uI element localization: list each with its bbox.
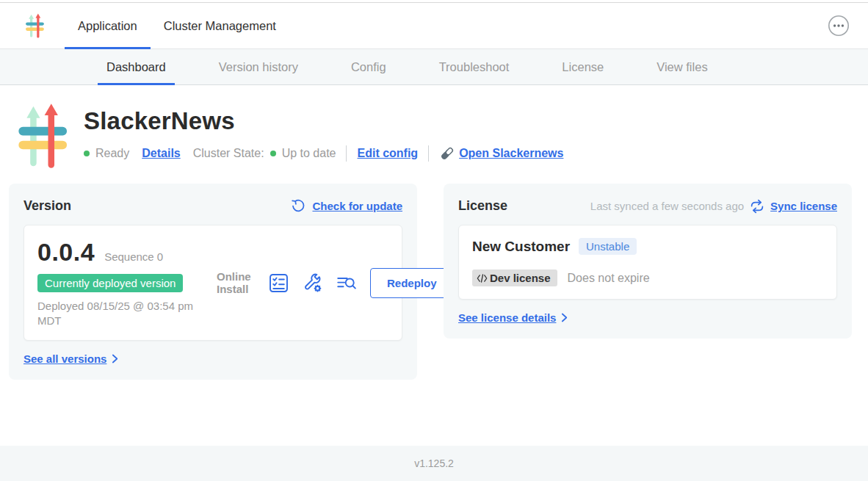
sync-license-link[interactable]: Sync license (770, 200, 837, 212)
install-type-label: Online Install (217, 270, 255, 296)
app-status-dot (84, 151, 90, 156)
checklist-icon[interactable] (269, 273, 289, 293)
code-icon (477, 274, 488, 283)
current-version-panel: 0.0.4 Sequence 0 Currently deployed vers… (23, 225, 402, 341)
divider (346, 145, 347, 162)
app-logo-icon (24, 13, 45, 38)
ellipsis-icon[interactable] (828, 15, 850, 37)
open-app-link[interactable]: Open Slackernews (459, 147, 563, 160)
license-card: License Last synced a few seconds ago Sy… (444, 184, 852, 339)
check-for-update-link[interactable]: Check for update (312, 200, 402, 212)
subtab-dashboard[interactable]: Dashboard (98, 49, 175, 84)
license-panel: New Customer Unstable Dev license Does n… (458, 225, 837, 300)
version-card-title: Version (23, 198, 71, 214)
link-icon[interactable] (439, 145, 455, 162)
sync-icon[interactable] (750, 199, 764, 214)
edit-config-link[interactable]: Edit config (357, 147, 418, 160)
deployed-timestamp: Deployed 08/15/25 @ 03:54 pm MDT (37, 299, 199, 328)
subtab-license[interactable]: License (553, 49, 612, 84)
cluster-state-label: Cluster State: (193, 147, 264, 160)
topbar-right (828, 3, 850, 48)
log-search-icon[interactable] (336, 273, 356, 293)
app-status-row: Ready Details Cluster State: Up to date … (84, 145, 563, 162)
cluster-state-dot (270, 151, 276, 156)
refresh-icon[interactable] (291, 198, 306, 214)
see-all-versions-link[interactable]: See all versions (23, 352, 106, 365)
cluster-state-value: Up to date (282, 147, 336, 160)
license-card-title: License (458, 198, 507, 214)
subtab-view-files[interactable]: View files (648, 49, 716, 84)
page-title: SlackerNews (84, 107, 563, 135)
tab-application[interactable]: Application (65, 3, 151, 48)
customer-name: New Customer (472, 239, 570, 255)
sequence-label: Sequence 0 (104, 250, 163, 263)
divider (428, 145, 429, 162)
chevron-right-icon[interactable] (561, 313, 568, 322)
subtab-troubleshoot[interactable]: Troubleshoot (430, 49, 518, 84)
deployed-badge: Currently deployed version (37, 274, 183, 292)
subtab-config[interactable]: Config (342, 49, 395, 84)
app-header: SlackerNews Ready Details Cluster State:… (0, 85, 868, 169)
version-number: 0.0.4 (37, 238, 95, 267)
details-link[interactable]: Details (142, 147, 180, 160)
subnav: Dashboard Version history Config Trouble… (0, 49, 868, 85)
footer: v1.125.2 (0, 446, 868, 481)
open-app-link-wrap[interactable]: Open Slackernews (439, 145, 563, 162)
app-status-text: Ready (95, 147, 129, 160)
license-type-badge: Dev license (472, 270, 557, 286)
dashboard-cards: Version Check for update 0.0.4 Sequence … (9, 184, 852, 380)
app-logo (15, 103, 69, 169)
topbar-tabs: Application Cluster Management (65, 3, 289, 48)
tab-cluster-management[interactable]: Cluster Management (151, 3, 289, 48)
subtab-version-history[interactable]: Version history (210, 49, 307, 84)
app-logo-small (24, 3, 45, 48)
last-synced-text: Last synced a few seconds ago (590, 200, 744, 212)
redeploy-button[interactable]: Redeploy (370, 268, 454, 298)
see-license-details-link[interactable]: See license details (458, 311, 556, 324)
channel-badge: Unstable (579, 238, 637, 255)
console-version: v1.125.2 (414, 458, 454, 469)
chevron-right-icon[interactable] (112, 354, 118, 364)
wrench-gear-icon[interactable] (303, 273, 322, 293)
version-card: Version Check for update 0.0.4 Sequence … (9, 184, 417, 380)
topbar: Application Cluster Management (0, 2, 868, 49)
expiration-text: Does not expire (568, 272, 650, 285)
